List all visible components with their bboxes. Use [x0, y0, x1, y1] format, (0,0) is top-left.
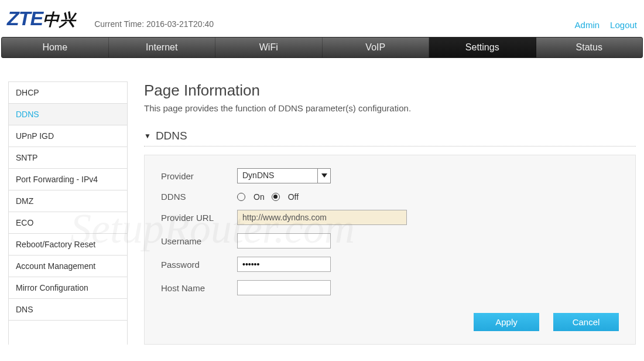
sidebar-item-dns[interactable]: DNS	[9, 299, 127, 321]
logo-text-main: ZTE	[7, 7, 43, 30]
sidebar-item-eco[interactable]: ECO	[9, 212, 127, 234]
row-provider-url: Provider URL	[161, 210, 619, 225]
main-nav: Home Internet WiFi VoIP Settings Status	[1, 37, 643, 58]
nav-internet[interactable]: Internet	[109, 38, 216, 57]
provider-label: Provider	[161, 171, 237, 181]
sidebar-item-sntp[interactable]: SNTP	[9, 147, 127, 169]
ddns-panel: Provider DynDNS DDNS On Off	[144, 155, 636, 345]
row-hostname: Host Name	[161, 280, 619, 295]
logo-text-cn: 中兴	[43, 9, 76, 31]
sidebar-item-upnp[interactable]: UPnP IGD	[9, 125, 127, 147]
provider-url-label: Provider URL	[161, 213, 237, 223]
username-label: Username	[161, 236, 237, 246]
row-password: Password	[161, 257, 619, 272]
provider-url-input[interactable]	[237, 210, 407, 225]
sidebar: DHCP DDNS UPnP IGD SNTP Port Forwarding …	[8, 81, 128, 345]
password-label: Password	[161, 260, 237, 270]
username-input[interactable]	[237, 233, 331, 248]
header-links: Admin Logout	[575, 20, 637, 30]
sidebar-item-dhcp[interactable]: DHCP	[9, 82, 127, 104]
sidebar-item-dmz[interactable]: DMZ	[9, 190, 127, 212]
chevron-down-icon	[317, 169, 330, 183]
page-description: This page provides the function of DDNS …	[144, 103, 636, 113]
section-title: DDNS	[156, 130, 187, 142]
sidebar-item-account[interactable]: Account Management	[9, 256, 127, 277]
current-time-label: Current Time: 2016-03-21T20:40	[94, 19, 214, 29]
row-username: Username	[161, 233, 619, 248]
nav-voip[interactable]: VoIP	[323, 38, 430, 57]
button-row: Apply Cancel	[161, 313, 619, 331]
header: ZTE 中兴 Current Time: 2016-03-21T20:40 Ad…	[0, 0, 644, 37]
nav-settings[interactable]: Settings	[429, 38, 536, 57]
nav-wifi[interactable]: WiFi	[215, 38, 323, 57]
main-content: Page Information This page provides the …	[144, 81, 636, 345]
sidebar-item-reboot[interactable]: Reboot/Factory Reset	[9, 234, 127, 256]
row-provider: Provider DynDNS	[161, 168, 619, 183]
sidebar-item-portfwd[interactable]: Port Forwarding - IPv4	[9, 169, 127, 190]
password-input[interactable]	[237, 257, 331, 272]
logo: ZTE 中兴	[7, 7, 76, 31]
provider-value: DynDNS	[238, 169, 330, 182]
logout-link[interactable]: Logout	[610, 20, 637, 30]
hostname-label: Host Name	[161, 283, 237, 293]
ddns-on-radio[interactable]	[237, 193, 245, 201]
section-header[interactable]: ▼ DDNS	[144, 130, 636, 147]
ddns-off-label: Off	[288, 192, 299, 202]
page-title: Page Information	[144, 81, 636, 100]
sidebar-item-mirror[interactable]: Mirror Configuration	[9, 277, 127, 299]
hostname-input[interactable]	[237, 280, 331, 295]
nav-status[interactable]: Status	[536, 38, 643, 57]
row-ddns: DDNS On Off	[161, 192, 619, 202]
body: SetupRouter.com DHCP DDNS UPnP IGD SNTP …	[0, 58, 644, 350]
nav-home[interactable]: Home	[2, 38, 109, 57]
apply-button[interactable]: Apply	[474, 313, 539, 331]
cancel-button[interactable]: Cancel	[553, 313, 619, 331]
sidebar-item-ddns[interactable]: DDNS	[9, 104, 127, 125]
collapse-icon: ▼	[144, 132, 151, 140]
admin-link[interactable]: Admin	[575, 20, 600, 30]
ddns-on-label: On	[254, 192, 265, 202]
ddns-off-radio[interactable]	[272, 193, 280, 201]
provider-select[interactable]: DynDNS	[237, 168, 331, 183]
ddns-label: DDNS	[161, 192, 237, 202]
